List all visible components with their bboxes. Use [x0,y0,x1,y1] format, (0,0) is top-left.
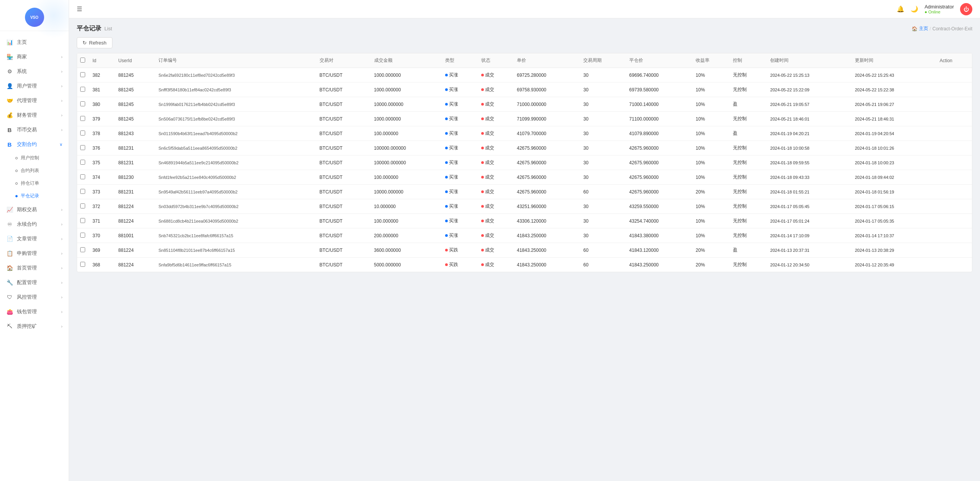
sidebar-item-article-mgmt[interactable]: 📄 文章管理 › [0,231,69,246]
row-checkbox[interactable] [80,203,85,208]
status-label: 成交 [485,261,494,268]
logo-icon: VSO [25,8,44,27]
sidebar-item-agent-mgmt[interactable]: 🤝 代理管理 › [0,93,69,108]
row-checkbox[interactable] [80,116,85,121]
sidebar-item-label: 期权交易 [17,206,37,213]
cell-price: 42675.960000 [514,170,580,185]
bell-icon[interactable]: 🔔 [897,5,904,13]
row-checkbox[interactable] [80,101,85,106]
cell-action [937,199,972,214]
table-row: 371 881224 Sn6881cd8cb4b211eea0634095d50… [77,214,972,228]
cell-created: 2024-01-14 17:10:09 [767,228,852,243]
cell-period: 30 [580,97,626,112]
cell-id: 374 [89,170,115,185]
sidebar-item-perpetual[interactable]: ♾ 永续合约 › [0,217,69,231]
row-checkbox[interactable] [80,87,85,92]
sidebar-item-home[interactable]: 📊 主页 [0,35,69,50]
cell-price: 41843.250000 [514,258,580,272]
chevron-right-icon: › [61,266,63,270]
row-checkbox[interactable] [80,160,85,165]
sidebar-item-options-trade[interactable]: 📈 期权交易 › [0,202,69,217]
hamburger-button[interactable]: ☰ [77,5,82,13]
type-dot [445,88,448,91]
row-checkbox[interactable] [80,233,85,238]
status-label: 成交 [485,218,494,224]
sidebar-item-user-mgmt[interactable]: 👤 用户管理 › [0,79,69,93]
cell-status: 成交 [478,228,514,243]
sidebar-item-finance-mgmt[interactable]: 💰 财务管理 › [0,108,69,122]
cell-profit-rate: 20% [693,243,730,258]
logo-text: VSO [30,15,38,20]
cell-control: 无控制 [730,112,767,126]
status-dot [481,190,484,193]
cell-amount: 100000.000000 [371,141,442,155]
btc-icon: B [6,127,13,133]
row-checkbox[interactable] [80,218,85,223]
submenu-item-positions[interactable]: 持仓订单 [0,177,69,190]
sidebar-item-home-mgmt[interactable]: 🏠 首页管理 › [0,261,69,275]
refresh-icon: ↻ [82,40,87,46]
cell-type: 买涨 [442,214,478,228]
submenu-item-close-positions[interactable]: 平仓记录 [0,190,69,202]
col-amount: 成交金额 [371,53,442,68]
row-checkbox[interactable] [80,189,85,194]
cell-price: 69725.280000 [514,68,580,83]
submenu-item-user-control[interactable]: 用户控制 [0,152,69,164]
cell-close-price: 69696.740000 [626,68,693,83]
home-icon: 📊 [6,39,13,45]
sidebar-item-coin-trade[interactable]: B 币币交易 › [0,122,69,137]
cell-pair: BTC/USDT [317,185,371,199]
row-checkbox[interactable] [80,72,85,77]
cell-profit-rate: 10% [693,155,730,170]
row-checkbox[interactable] [80,145,85,150]
cell-updated: 2024-01-18 10:01:26 [852,141,937,155]
refresh-button[interactable]: ↻ Refresh [77,37,112,48]
table-row: 373 881231 Sn9549af42b56111eeb97a4095d50… [77,185,972,199]
cell-order-no: Sn1999fab0176211efb4bb0242cd5e89f3 [155,97,317,112]
submenu-item-contract-list[interactable]: 合约列表 [0,164,69,177]
power-button[interactable]: ⏻ [960,3,972,15]
perpetual-icon: ♾ [6,221,13,227]
sidebar-item-wallet-mgmt[interactable]: 👛 钱包管理 › [0,304,69,319]
status-dot [481,234,484,237]
row-checkbox[interactable] [80,247,85,252]
sidebar-item-mining[interactable]: ⛏ 质押挖矿 › [0,319,69,334]
cell-order-no: Sn506a0736175f11efb8be0242cd5e89f3 [155,112,317,126]
breadcrumb-home-link[interactable]: 主页 [919,25,928,32]
chevron-right-icon: › [61,222,63,226]
cell-userid: 881243 [115,126,155,141]
row-checkbox-cell [77,112,89,126]
cell-pair: BTC/USDT [317,170,371,185]
cell-profit-rate: 20% [693,258,730,272]
cell-period: 30 [580,199,626,214]
status-label: 成交 [485,101,494,107]
finance-icon: 💰 [6,112,13,118]
cell-order-no: Snb745321cb2bc11ee8fafc6ff66157a15 [155,228,317,243]
sidebar-item-system[interactable]: ⚙ 系统 › [0,64,69,79]
cell-status: 成交 [478,68,514,83]
cell-userid: 881245 [115,83,155,97]
moon-icon[interactable]: 🌙 [911,5,918,13]
breadcrumb-home-icon: 🏠 [912,26,917,31]
select-all-checkbox[interactable] [80,58,85,63]
cell-close-price: 42675.960000 [626,185,693,199]
cell-close-price: 43254.740000 [626,214,693,228]
sidebar-item-label: 财务管理 [17,112,37,119]
cell-control: 无控制 [730,199,767,214]
sidebar-item-config-mgmt[interactable]: 🔧 配置管理 › [0,275,69,290]
row-checkbox[interactable] [80,174,85,179]
row-checkbox[interactable] [80,131,85,136]
row-checkbox[interactable] [80,262,85,267]
system-icon: ⚙ [6,68,13,74]
cell-id: 370 [89,228,115,243]
sidebar-item-merchant[interactable]: 🏪 商家 › [0,50,69,64]
cell-close-price: 71100.000000 [626,112,693,126]
cell-order-no: Sn6e2fa692180c11ef8ed70242cd5e89f3 [155,68,317,83]
cell-status: 成交 [478,170,514,185]
refresh-label: Refresh [89,40,107,46]
sidebar-item-apply-mgmt[interactable]: 📋 申购管理 › [0,246,69,261]
chevron-right-icon: › [61,280,63,285]
type-label: 买涨 [449,101,458,107]
sidebar-item-contract[interactable]: B 交割合约 ∨ [0,137,69,152]
sidebar-item-risk-mgmt[interactable]: 🛡 风控管理 › [0,290,69,304]
